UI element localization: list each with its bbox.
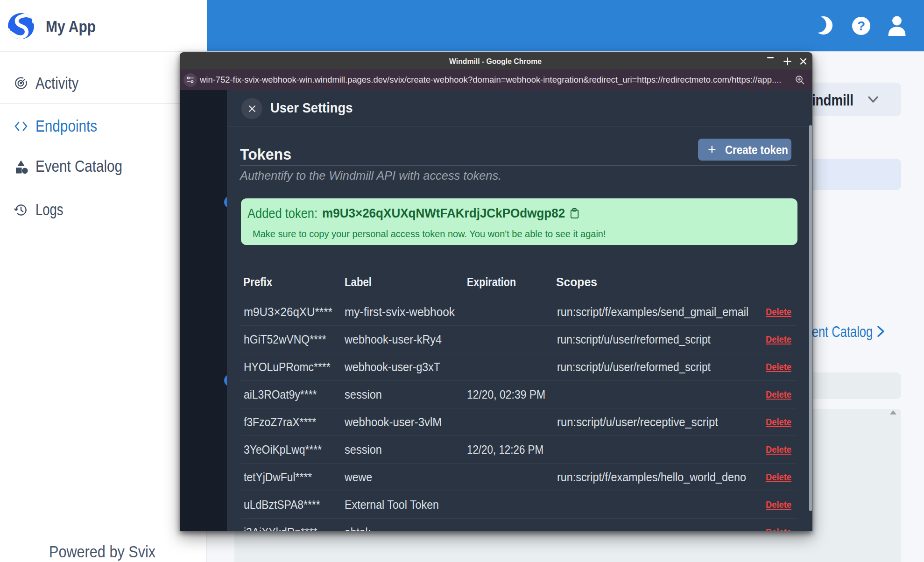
svg-text:?: ? (857, 19, 865, 33)
